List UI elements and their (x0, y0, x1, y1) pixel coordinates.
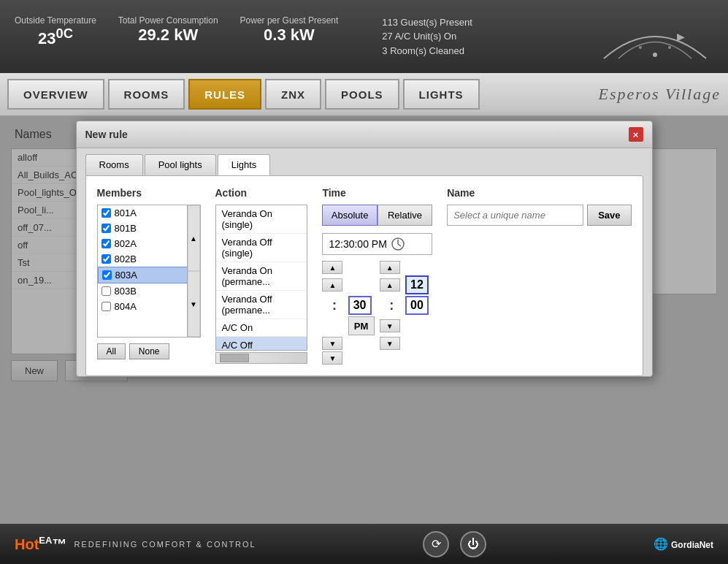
action-item-selected[interactable]: A/C Off (216, 337, 307, 351)
modal-close-button[interactable]: × (629, 127, 643, 142)
power-per-guest-label: Power per Guest Present (240, 15, 339, 26)
action-section: Action Veranda On (single) Veranda Off (… (215, 187, 308, 365)
modal-overlay: New rule × Rooms Pool lights Lights Memb… (0, 117, 728, 524)
hours-down-button[interactable]: ▼ (380, 319, 400, 332)
spacer (405, 337, 426, 350)
relative-button[interactable]: Relative (378, 205, 432, 226)
ampm-value[interactable]: PM (348, 316, 375, 335)
gordia-brand-text: GordiaNet (671, 540, 713, 550)
scroll-down-button[interactable]: ▼ (188, 271, 200, 337)
nav-rooms[interactable]: ROOMS (108, 79, 185, 110)
scroll-up-button[interactable]: ▲ (188, 205, 200, 271)
spacer (348, 337, 369, 350)
minutes-up-button[interactable]: ▲ (380, 261, 400, 274)
info-block: 113 Guest(s) Present 27 A/C Unit(s) On 3… (382, 15, 472, 58)
absolute-button[interactable]: Absolute (322, 205, 377, 226)
minutes-value: 30 (348, 296, 372, 315)
footer-tagline: REDEFINING COMFORT & CONTROL (74, 540, 256, 549)
tab-pool-lights[interactable]: Pool lights (145, 154, 216, 175)
nav-znx[interactable]: ZNX (265, 79, 321, 110)
member-item[interactable]: 803B (98, 283, 200, 299)
total-power-value: 29.2 kW (118, 26, 218, 45)
svg-text:▶: ▶ (677, 31, 685, 42)
outside-temp-stat: Outside Temperature 230C (15, 15, 96, 58)
power-per-guest-stat: Power per Guest Present 0.3 kW (240, 15, 339, 58)
power-button[interactable]: ⏻ (460, 531, 486, 557)
members-section: Members 801A 801B 802A (97, 187, 201, 365)
action-list[interactable]: Veranda On (single) Veranda Off (single)… (215, 205, 308, 351)
none-button[interactable]: None (129, 343, 169, 359)
footer: HotEA™ REDEFINING COMFORT & CONTROL ⟳ ⏻ … (0, 524, 728, 564)
ea-text: EA (39, 535, 52, 546)
logo-arc-icon: ▶ (597, 11, 713, 62)
member-checkbox-801b[interactable] (101, 224, 111, 233)
tab-rooms[interactable]: Rooms (85, 154, 143, 175)
member-checkbox-804a[interactable] (101, 302, 111, 311)
member-checkbox-802a[interactable] (101, 239, 111, 248)
member-item[interactable]: 801A (98, 205, 200, 221)
member-item[interactable]: 802B (98, 251, 200, 267)
member-item[interactable]: 804A (98, 299, 200, 314)
refresh-button[interactable]: ⟳ (423, 531, 449, 557)
rooms-cleaned-text: 3 Room(s) Cleaned (382, 44, 472, 58)
time-title: Time (322, 187, 432, 199)
time-sep1: : (322, 298, 346, 313)
name-input[interactable] (447, 205, 583, 226)
action-scrollbar[interactable] (215, 352, 308, 364)
member-item-selected[interactable]: 803A (98, 267, 200, 283)
nav-rules[interactable]: RULES (188, 79, 261, 110)
ampm-down-button[interactable]: ▼ (322, 351, 342, 365)
time-spinner: ▲ ▲ ▲ ▲ 12 : 30 : 00 (322, 261, 432, 365)
power-icon: ⏻ (467, 538, 479, 551)
hours-up-button[interactable]: ▲ (322, 261, 342, 274)
all-button[interactable]: All (97, 343, 126, 359)
seconds-down-button[interactable]: ▼ (380, 337, 400, 350)
modal-tabs: Rooms Pool lights Lights (77, 148, 652, 175)
outside-temp-label: Outside Temperature (15, 15, 96, 26)
seconds-value: 00 (405, 296, 429, 315)
guests-present-text: 113 Guest(s) Present (382, 15, 472, 30)
hot-text: Hot (15, 536, 39, 552)
time-display: 12:30:00 PM (322, 233, 432, 255)
seconds-up-button[interactable]: ▲ (322, 278, 342, 291)
svg-line-6 (398, 244, 401, 246)
member-checkbox-803a[interactable] (102, 270, 112, 280)
svg-point-1 (639, 46, 642, 49)
nav-pools[interactable]: POOLS (325, 79, 399, 110)
member-item[interactable]: 802A (98, 236, 200, 251)
tab-lights[interactable]: Lights (218, 154, 271, 175)
scroll-indicator: ▲ ▼ (187, 205, 200, 337)
action-item[interactable]: Veranda Off (single) (216, 234, 307, 262)
nav-overview[interactable]: OVERVIEW (7, 79, 104, 110)
member-checkbox-801a[interactable] (101, 208, 111, 218)
time-section: Time Absolute Relative 12:30:00 PM (322, 187, 432, 365)
member-item[interactable]: 801B (98, 221, 200, 236)
ampm-up-button[interactable]: ▲ (380, 278, 400, 291)
clock-icon[interactable] (391, 237, 405, 251)
action-item[interactable]: Veranda On (single) (216, 205, 307, 234)
action-title: Action (215, 187, 308, 199)
action-item[interactable]: Veranda Off (permane... (216, 291, 307, 319)
header-logo: ▶ (567, 11, 713, 62)
ac-units-text: 27 A/C Unit(s) On (382, 29, 472, 44)
new-rule-modal: New rule × Rooms Pool lights Lights Memb… (76, 121, 653, 377)
minutes-down-button[interactable]: ▼ (322, 337, 342, 350)
members-title: Members (97, 187, 201, 199)
member-checkbox-803b[interactable] (101, 286, 111, 296)
nav-lights[interactable]: LIGHTS (403, 79, 480, 110)
hours-value: 12 (405, 275, 429, 294)
spacer (348, 261, 369, 274)
action-scroll-thumb[interactable] (220, 354, 249, 362)
total-power-stat: Total Power Consumption 29.2 kW (118, 15, 218, 58)
spacer (405, 261, 426, 274)
save-button[interactable]: Save (587, 205, 631, 226)
modal-sections: Members 801A 801B 802A (97, 187, 632, 365)
modal-title: New rule (85, 129, 128, 140)
action-item[interactable]: A/C On (216, 319, 307, 337)
spacer (322, 319, 342, 332)
members-list[interactable]: 801A 801B 802A 802B (98, 205, 200, 337)
action-item[interactable]: Veranda On (permane... (216, 262, 307, 291)
footer-logo: HotEA™ REDEFINING COMFORT & CONTROL (15, 535, 256, 553)
members-list-container: 801A 801B 802A 802B (97, 205, 201, 338)
member-checkbox-802b[interactable] (101, 254, 111, 264)
